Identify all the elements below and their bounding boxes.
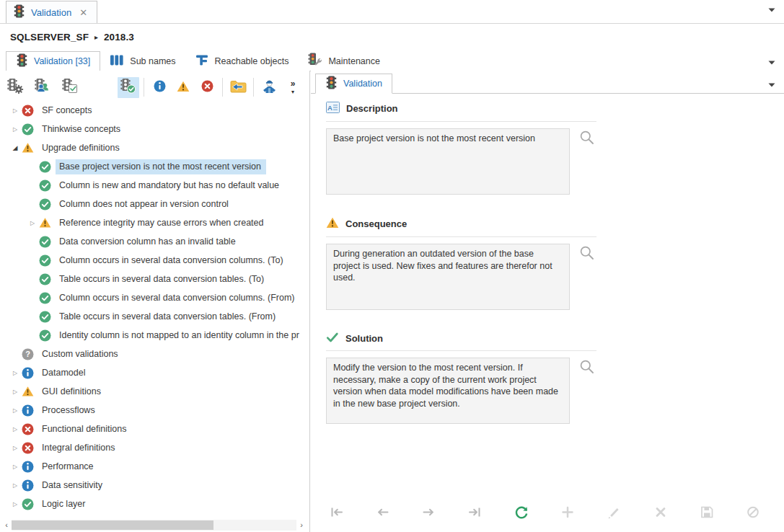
warning-filter-button[interactable] xyxy=(172,77,194,98)
description-card-icon: A xyxy=(326,102,340,115)
tree-item[interactable]: Column does not appear in version contro… xyxy=(0,195,309,213)
tree-item[interactable]: ▷Processflows xyxy=(0,401,309,420)
info-filter-button[interactable] xyxy=(149,77,170,98)
tree-item-label: SF concepts xyxy=(38,103,97,118)
expand-arrow-icon[interactable]: ▷ xyxy=(9,107,22,114)
tree-item[interactable]: ▷Integral definitions xyxy=(0,438,309,457)
tabbar-dropdown-icon[interactable] xyxy=(768,61,775,65)
expand-arrow-icon[interactable]: ▷ xyxy=(26,220,39,226)
save-icon xyxy=(700,505,714,521)
magnifier-icon xyxy=(579,245,594,262)
go-to-object-button[interactable] xyxy=(227,77,249,98)
expand-arrow-icon[interactable]: ▷ xyxy=(9,482,22,489)
svg-text:?: ? xyxy=(25,350,30,358)
scroll-left-icon[interactable]: ‹ xyxy=(1,520,12,531)
tree-item[interactable]: ▷Thinkwise concepts xyxy=(0,120,309,138)
error-filter-button[interactable] xyxy=(196,77,218,98)
tab-maintenance[interactable]: Maintenance xyxy=(298,51,389,71)
toolbar-overflow-button[interactable]: »▾ xyxy=(282,77,304,98)
expand-arrow-icon[interactable]: ▷ xyxy=(9,445,22,451)
tree-item[interactable]: Table occurs in several data conversion … xyxy=(0,270,309,288)
tree-item[interactable]: Table occurs in several data conversion … xyxy=(0,307,309,326)
next-record-button[interactable] xyxy=(419,504,438,523)
tree-item[interactable]: Base project version is not the most rec… xyxy=(0,157,309,176)
detail-tab-validation[interactable]: Validation xyxy=(315,74,392,94)
edit-record-button[interactable] xyxy=(604,504,623,523)
delete-icon xyxy=(653,505,668,521)
tree-item[interactable]: Data conversion column has an invalid ta… xyxy=(0,232,309,251)
tab-sub-names[interactable]: Sub names xyxy=(100,51,185,71)
breadcrumb-version[interactable]: 2018.3 xyxy=(104,32,134,43)
document-tab-label: Validation xyxy=(31,7,71,18)
scrollbar-track[interactable] xyxy=(12,520,296,531)
maintenance-mode-button[interactable] xyxy=(258,77,280,98)
scrollbar-thumb[interactable] xyxy=(12,520,213,530)
tree-item-label: GUI definitions xyxy=(38,384,106,399)
save-record-button[interactable] xyxy=(697,504,716,523)
tree-toolbar: »▾ xyxy=(0,74,308,100)
expand-arrow-icon[interactable]: ▷ xyxy=(9,126,22,133)
tree-item-label: Custom validations xyxy=(38,347,123,362)
tree-item[interactable]: ▷SF concepts xyxy=(0,101,309,120)
tree-item[interactable]: ▷Logic layer xyxy=(0,495,309,513)
tab-reachable-objects[interactable]: Reachable objects xyxy=(185,51,299,71)
last-record-button[interactable] xyxy=(466,504,485,523)
question-circle-icon: ? xyxy=(22,348,34,360)
tree-item[interactable]: ▷Datamodel xyxy=(0,363,309,382)
validation-settings-button[interactable] xyxy=(4,77,26,98)
tree-item[interactable]: ◢Upgrade definitions xyxy=(0,138,309,157)
validation-users-button[interactable] xyxy=(32,77,53,98)
document-tab-validation[interactable]: Validation ✕ xyxy=(6,1,97,23)
expand-arrow-icon[interactable]: ▷ xyxy=(9,501,22,507)
collapse-arrow-icon[interactable]: ◢ xyxy=(9,144,22,151)
tab-label: Validation xyxy=(343,79,382,89)
check-circle-icon xyxy=(22,498,34,510)
consequence-field[interactable]: During generation an outdated version of… xyxy=(326,244,570,310)
tree-item[interactable]: Column occurs in several data conversion… xyxy=(0,251,309,270)
consequence-zoom-button[interactable] xyxy=(578,246,594,262)
add-record-button[interactable] xyxy=(558,504,577,523)
tree-item[interactable]: ▷Functional definitions xyxy=(0,420,309,438)
description-zoom-button[interactable] xyxy=(578,130,594,146)
validate-button[interactable] xyxy=(118,77,139,98)
sub-names-icon xyxy=(110,53,124,69)
expand-arrow-icon[interactable]: ▷ xyxy=(9,407,22,414)
check-circle-icon xyxy=(39,161,51,173)
solution-zoom-button[interactable] xyxy=(578,360,594,376)
expand-arrow-icon[interactable]: ▷ xyxy=(9,464,22,470)
tree-item[interactable]: ▷Data sensitivity xyxy=(0,476,309,495)
expand-arrow-icon[interactable]: ▷ xyxy=(9,370,22,376)
tabbar-dropdown-icon[interactable] xyxy=(768,8,775,12)
svg-text:A: A xyxy=(327,104,332,112)
validation-checklist-button[interactable] xyxy=(59,77,81,98)
description-header: A Description xyxy=(326,102,596,122)
check-circle-icon xyxy=(39,254,51,267)
previous-record-icon xyxy=(375,505,390,521)
tree-item-label: Column does not appear in version contro… xyxy=(56,197,234,212)
tree-item-label: Identity column is not mapped to an iden… xyxy=(56,328,304,343)
expand-arrow-icon[interactable]: ▷ xyxy=(9,389,22,395)
breadcrumb-project[interactable]: SQLSERVER_SF xyxy=(10,32,89,43)
tree-item[interactable]: ?Custom validations xyxy=(0,345,309,363)
delete-record-button[interactable] xyxy=(651,504,670,523)
first-record-button[interactable] xyxy=(327,504,345,523)
refresh-button[interactable] xyxy=(512,504,531,523)
previous-record-button[interactable] xyxy=(373,504,392,523)
tab-validation[interactable]: Validation [33] xyxy=(6,51,100,71)
tree-item[interactable]: Column is new and mandatory but has no d… xyxy=(0,176,309,195)
traffic-light-icon xyxy=(325,76,338,92)
tree-item[interactable]: ▷GUI definitions xyxy=(0,382,309,401)
scroll-right-icon[interactable]: › xyxy=(296,520,307,531)
tabbar-dropdown-icon[interactable] xyxy=(768,83,775,87)
cancel-edit-button[interactable] xyxy=(744,504,762,523)
tree-item[interactable]: Column occurs in several data conversion… xyxy=(0,288,309,307)
close-icon[interactable]: ✕ xyxy=(77,6,89,19)
solution-field[interactable]: Modify the version to the most recent ve… xyxy=(326,358,570,424)
tree-item[interactable]: ▷Reference integrity may cause errors wh… xyxy=(0,213,309,232)
description-field[interactable]: Base project version is not the most rec… xyxy=(326,128,570,195)
expand-arrow-icon[interactable]: ▷ xyxy=(9,426,22,433)
check-circle-icon xyxy=(39,311,51,323)
tree-item[interactable]: ▷Performance xyxy=(0,457,309,476)
tree-item[interactable]: Identity column is not mapped to an iden… xyxy=(0,326,309,345)
horizontal-scrollbar[interactable]: ‹ › xyxy=(1,520,307,531)
